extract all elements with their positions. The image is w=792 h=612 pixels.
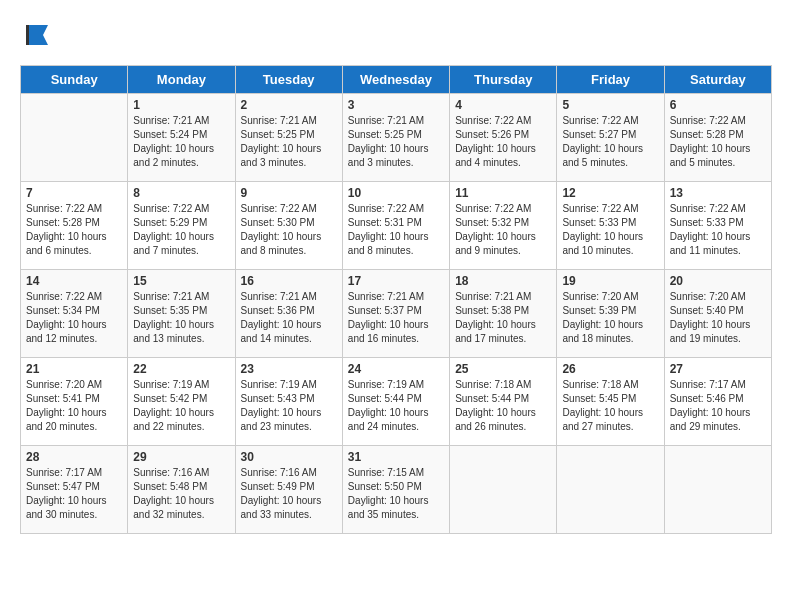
day-header-wednesday: Wednesday	[342, 66, 449, 94]
day-number: 5	[562, 98, 658, 112]
day-number: 12	[562, 186, 658, 200]
day-info: Sunrise: 7:15 AM Sunset: 5:50 PM Dayligh…	[348, 466, 444, 522]
day-number: 19	[562, 274, 658, 288]
calendar-cell: 27Sunrise: 7:17 AM Sunset: 5:46 PM Dayli…	[664, 358, 771, 446]
calendar-cell: 20Sunrise: 7:20 AM Sunset: 5:40 PM Dayli…	[664, 270, 771, 358]
calendar-week-4: 21Sunrise: 7:20 AM Sunset: 5:41 PM Dayli…	[21, 358, 772, 446]
day-info: Sunrise: 7:20 AM Sunset: 5:39 PM Dayligh…	[562, 290, 658, 346]
day-number: 24	[348, 362, 444, 376]
header-row: SundayMondayTuesdayWednesdayThursdayFrid…	[21, 66, 772, 94]
day-number: 22	[133, 362, 229, 376]
calendar-cell: 26Sunrise: 7:18 AM Sunset: 5:45 PM Dayli…	[557, 358, 664, 446]
calendar-cell	[664, 446, 771, 534]
day-number: 21	[26, 362, 122, 376]
calendar-cell: 16Sunrise: 7:21 AM Sunset: 5:36 PM Dayli…	[235, 270, 342, 358]
calendar-cell	[557, 446, 664, 534]
calendar-cell: 30Sunrise: 7:16 AM Sunset: 5:49 PM Dayli…	[235, 446, 342, 534]
day-info: Sunrise: 7:22 AM Sunset: 5:27 PM Dayligh…	[562, 114, 658, 170]
calendar-cell: 13Sunrise: 7:22 AM Sunset: 5:33 PM Dayli…	[664, 182, 771, 270]
calendar-table: SundayMondayTuesdayWednesdayThursdayFrid…	[20, 65, 772, 534]
day-header-friday: Friday	[557, 66, 664, 94]
day-info: Sunrise: 7:17 AM Sunset: 5:46 PM Dayligh…	[670, 378, 766, 434]
day-number: 23	[241, 362, 337, 376]
day-info: Sunrise: 7:21 AM Sunset: 5:35 PM Dayligh…	[133, 290, 229, 346]
day-info: Sunrise: 7:17 AM Sunset: 5:47 PM Dayligh…	[26, 466, 122, 522]
day-number: 7	[26, 186, 122, 200]
day-number: 16	[241, 274, 337, 288]
day-info: Sunrise: 7:22 AM Sunset: 5:29 PM Dayligh…	[133, 202, 229, 258]
day-number: 26	[562, 362, 658, 376]
day-number: 2	[241, 98, 337, 112]
calendar-week-1: 1Sunrise: 7:21 AM Sunset: 5:24 PM Daylig…	[21, 94, 772, 182]
day-info: Sunrise: 7:19 AM Sunset: 5:43 PM Dayligh…	[241, 378, 337, 434]
calendar-cell: 14Sunrise: 7:22 AM Sunset: 5:34 PM Dayli…	[21, 270, 128, 358]
day-header-tuesday: Tuesday	[235, 66, 342, 94]
calendar-cell: 10Sunrise: 7:22 AM Sunset: 5:31 PM Dayli…	[342, 182, 449, 270]
svg-marker-0	[28, 25, 48, 45]
calendar-cell	[450, 446, 557, 534]
day-header-monday: Monday	[128, 66, 235, 94]
calendar-body: 1Sunrise: 7:21 AM Sunset: 5:24 PM Daylig…	[21, 94, 772, 534]
calendar-cell: 23Sunrise: 7:19 AM Sunset: 5:43 PM Dayli…	[235, 358, 342, 446]
day-info: Sunrise: 7:22 AM Sunset: 5:33 PM Dayligh…	[562, 202, 658, 258]
day-info: Sunrise: 7:18 AM Sunset: 5:45 PM Dayligh…	[562, 378, 658, 434]
logo-flag-icon	[23, 20, 53, 50]
day-header-saturday: Saturday	[664, 66, 771, 94]
day-info: Sunrise: 7:22 AM Sunset: 5:31 PM Dayligh…	[348, 202, 444, 258]
day-number: 29	[133, 450, 229, 464]
day-info: Sunrise: 7:19 AM Sunset: 5:44 PM Dayligh…	[348, 378, 444, 434]
day-info: Sunrise: 7:16 AM Sunset: 5:48 PM Dayligh…	[133, 466, 229, 522]
day-header-sunday: Sunday	[21, 66, 128, 94]
day-info: Sunrise: 7:22 AM Sunset: 5:26 PM Dayligh…	[455, 114, 551, 170]
day-number: 3	[348, 98, 444, 112]
day-info: Sunrise: 7:22 AM Sunset: 5:33 PM Dayligh…	[670, 202, 766, 258]
logo	[20, 20, 53, 55]
day-number: 4	[455, 98, 551, 112]
calendar-cell: 5Sunrise: 7:22 AM Sunset: 5:27 PM Daylig…	[557, 94, 664, 182]
day-number: 30	[241, 450, 337, 464]
day-info: Sunrise: 7:22 AM Sunset: 5:28 PM Dayligh…	[670, 114, 766, 170]
day-number: 15	[133, 274, 229, 288]
day-number: 1	[133, 98, 229, 112]
calendar-cell: 7Sunrise: 7:22 AM Sunset: 5:28 PM Daylig…	[21, 182, 128, 270]
calendar-cell: 28Sunrise: 7:17 AM Sunset: 5:47 PM Dayli…	[21, 446, 128, 534]
calendar-cell: 1Sunrise: 7:21 AM Sunset: 5:24 PM Daylig…	[128, 94, 235, 182]
calendar-cell: 21Sunrise: 7:20 AM Sunset: 5:41 PM Dayli…	[21, 358, 128, 446]
calendar-cell: 22Sunrise: 7:19 AM Sunset: 5:42 PM Dayli…	[128, 358, 235, 446]
day-number: 10	[348, 186, 444, 200]
day-number: 6	[670, 98, 766, 112]
day-info: Sunrise: 7:22 AM Sunset: 5:30 PM Dayligh…	[241, 202, 337, 258]
logo-text	[20, 20, 53, 55]
calendar-cell: 8Sunrise: 7:22 AM Sunset: 5:29 PM Daylig…	[128, 182, 235, 270]
calendar-week-5: 28Sunrise: 7:17 AM Sunset: 5:47 PM Dayli…	[21, 446, 772, 534]
calendar-cell: 3Sunrise: 7:21 AM Sunset: 5:25 PM Daylig…	[342, 94, 449, 182]
calendar-cell: 17Sunrise: 7:21 AM Sunset: 5:37 PM Dayli…	[342, 270, 449, 358]
calendar-week-3: 14Sunrise: 7:22 AM Sunset: 5:34 PM Dayli…	[21, 270, 772, 358]
calendar-cell: 15Sunrise: 7:21 AM Sunset: 5:35 PM Dayli…	[128, 270, 235, 358]
day-number: 9	[241, 186, 337, 200]
calendar-week-2: 7Sunrise: 7:22 AM Sunset: 5:28 PM Daylig…	[21, 182, 772, 270]
calendar-cell: 12Sunrise: 7:22 AM Sunset: 5:33 PM Dayli…	[557, 182, 664, 270]
day-number: 28	[26, 450, 122, 464]
calendar-cell: 29Sunrise: 7:16 AM Sunset: 5:48 PM Dayli…	[128, 446, 235, 534]
day-info: Sunrise: 7:22 AM Sunset: 5:34 PM Dayligh…	[26, 290, 122, 346]
calendar-cell: 11Sunrise: 7:22 AM Sunset: 5:32 PM Dayli…	[450, 182, 557, 270]
page-header	[20, 20, 772, 55]
day-number: 11	[455, 186, 551, 200]
calendar-cell: 25Sunrise: 7:18 AM Sunset: 5:44 PM Dayli…	[450, 358, 557, 446]
day-info: Sunrise: 7:21 AM Sunset: 5:38 PM Dayligh…	[455, 290, 551, 346]
day-number: 8	[133, 186, 229, 200]
day-number: 17	[348, 274, 444, 288]
day-info: Sunrise: 7:20 AM Sunset: 5:41 PM Dayligh…	[26, 378, 122, 434]
day-info: Sunrise: 7:21 AM Sunset: 5:37 PM Dayligh…	[348, 290, 444, 346]
day-number: 13	[670, 186, 766, 200]
day-info: Sunrise: 7:21 AM Sunset: 5:36 PM Dayligh…	[241, 290, 337, 346]
day-info: Sunrise: 7:21 AM Sunset: 5:25 PM Dayligh…	[241, 114, 337, 170]
day-number: 14	[26, 274, 122, 288]
day-number: 31	[348, 450, 444, 464]
day-number: 25	[455, 362, 551, 376]
day-header-thursday: Thursday	[450, 66, 557, 94]
day-info: Sunrise: 7:19 AM Sunset: 5:42 PM Dayligh…	[133, 378, 229, 434]
svg-rect-1	[26, 25, 29, 45]
day-info: Sunrise: 7:21 AM Sunset: 5:25 PM Dayligh…	[348, 114, 444, 170]
